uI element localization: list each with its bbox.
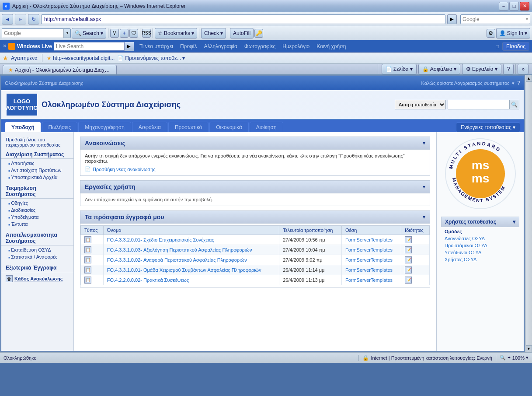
live-link-profile[interactable]: Προφίλ (180, 43, 197, 49)
page-menu-button[interactable]: 📄 Σελίδα ▾ (382, 64, 417, 74)
tab-poliseis[interactable]: Πωλήσεις (42, 122, 78, 132)
sidebar-link-statistics[interactable]: Στατιστικά / Αναφορές (1, 253, 73, 260)
sidebar-link-entypa[interactable]: Έντυπα (1, 221, 73, 228)
live-signin-button[interactable]: Είσοδος (502, 42, 529, 51)
mail-icon-btn[interactable]: M (110, 29, 119, 38)
google-arrow[interactable]: ▾ (63, 29, 70, 38)
live-link-mail[interactable]: Αλληλογραφία (204, 43, 237, 49)
scrollbar-vertical[interactable]: ▲ ▼ (525, 75, 532, 352)
tools-menu-button[interactable]: ⚙ Εργαλεία ▾ (462, 64, 501, 74)
settings-icon-btn[interactable]: ⚙ (487, 29, 495, 38)
ie-search-box[interactable]: ▾ (460, 14, 530, 24)
site-search-field[interactable]: 🔍 (448, 100, 519, 109)
live-search-input[interactable] (54, 42, 124, 50)
search-button[interactable]: 🔍 Search ▾ (72, 28, 106, 39)
doc-link-1[interactable]: FO.4.3.3.2.0.01- Σχέδιο Επιχειρησιακής Σ… (107, 237, 214, 242)
sidebar-link-antistix[interactable]: Αντιστοίχιση Προτύπων (1, 167, 73, 174)
doc-link-3[interactable]: FO.4.3.3.1.0.02- Αναφορά Περιστατικού Ασ… (107, 257, 247, 263)
zoom-arrow-icon[interactable]: ▾ (526, 355, 529, 361)
close-button[interactable]: ✕ (520, 2, 529, 11)
group-link-anagnwstes[interactable]: Αναγνώστες ΟΣΥΔ (441, 235, 519, 242)
doc-props-icon[interactable]: 📝 (405, 277, 412, 284)
sidebar-link-odgies[interactable]: Οδηγίες (1, 200, 73, 207)
users-arrow-icon[interactable]: ▾ (513, 219, 515, 225)
favorites-label[interactable]: Αγαπημένα (11, 55, 38, 61)
tasks-empty-text: Δεν υπάρχουν στοιχεία για εμφάνιση σε αυ… (85, 197, 425, 202)
fav-more-arrow[interactable]: ▾ (182, 55, 185, 61)
doc-location-link-2[interactable]: FormServerTemplates (345, 247, 393, 252)
scrollbar-up-button[interactable]: ▲ (526, 75, 532, 82)
doc-props-icon[interactable]: 📝 (405, 236, 412, 243)
live-search-field[interactable]: ▶ (54, 42, 134, 51)
tab-dioikisi[interactable]: Διοίκηση (250, 122, 283, 132)
tab-asfaleia[interactable]: Ασφάλεια (132, 122, 167, 132)
group-link-ypeythynoi[interactable]: Υπεύθυνοι ΟΣΥΔ (441, 249, 519, 256)
live-search-go-button[interactable]: ▶ (124, 42, 134, 51)
minimize-button[interactable]: − (499, 2, 508, 11)
live-link-photos[interactable]: Φωτογραφίες (244, 43, 275, 49)
go-button[interactable]: ▶ (447, 14, 457, 24)
tab-oikonomika[interactable]: Οικονομικά (209, 122, 249, 132)
tab-prosopiko[interactable]: Προσωπικό (168, 122, 209, 132)
search-dropdown-arrow[interactable]: ▾ (526, 17, 528, 21)
bookmarks-button[interactable]: ☆ Bookmarks ▾ (155, 28, 197, 39)
doc-props-icon[interactable]: 📝 (405, 266, 412, 273)
tasks-arrow-icon[interactable]: ▾ (423, 184, 425, 190)
back-button[interactable]: ◄ (2, 14, 13, 25)
sidebar-link-ypostiriktika[interactable]: Υποστηρικτικά Αρχεία (1, 174, 73, 181)
doc-link-2[interactable]: FO.4.3.3.1.0.03- Αξιολόγηση Περιστατικού… (107, 247, 252, 252)
google-search-combo[interactable]: ▾ (2, 28, 71, 38)
sidebar-link-apaitiseis[interactable]: Απαιτήσεις (1, 160, 73, 167)
group-link-xristes[interactable]: Χρήστες ΟΣΥΔ (441, 256, 519, 263)
site-search-button[interactable]: 🔍 (509, 100, 519, 109)
forward-button[interactable]: ► (15, 14, 26, 25)
group-link-proistamenoi[interactable]: Προϊστάμενοι ΟΣΥΔ (441, 242, 519, 249)
announcements-arrow-icon[interactable]: ▾ (423, 140, 425, 146)
logo-line1: LOGO (14, 98, 30, 105)
sidebar-link-diadikasies[interactable]: Διαδικασίες (1, 207, 73, 214)
ie-search-input[interactable] (462, 16, 525, 22)
ie-extra-button[interactable]: » (518, 64, 529, 74)
autofill-button[interactable]: AutoFill (230, 28, 254, 39)
sidebar-recycle-bin[interactable]: 🗑 Κάδος Ανακύκλωσης (1, 274, 73, 284)
signin-button[interactable]: 👤 Sign In ▾ (496, 28, 530, 39)
doc-link-4[interactable]: FO.4.3.3.1.0.01- Ομάδα Χειρισμού Συμβάντ… (107, 267, 261, 273)
site-selector[interactable]: Αυτή η τοποθεσία (395, 100, 446, 109)
check-button[interactable]: Check ▾ (201, 28, 226, 39)
status-zoom[interactable]: 🔍 ✦ 100% ▾ (496, 355, 529, 361)
doc-props-icon[interactable]: 📝 (405, 246, 412, 253)
autofill-icon[interactable]: 🔑 (254, 29, 263, 38)
refresh-button[interactable]: ↻ (28, 14, 39, 25)
live-close-button[interactable]: ✕ (3, 43, 7, 49)
add-icon-btn[interactable]: + (120, 29, 129, 38)
safety-menu-button[interactable]: 🔒 Ασφάλεια ▾ (418, 64, 460, 74)
scrollbar-down-button[interactable]: ▼ (526, 345, 532, 352)
site-search-input[interactable] (448, 100, 509, 109)
doc-location-link-4[interactable]: FormServerTemplates (345, 267, 393, 273)
live-link-share[interactable]: Κοινή χρήση (316, 43, 346, 49)
page-tab-main[interactable]: ★ Αρχική - Ολοκληρωμένο Σύστημα Διαχείρι… (3, 65, 117, 74)
add-announcement-link[interactable]: 📄 Προσθήκη νέας ανακοίνωσης (85, 166, 425, 172)
sidebar-view-all[interactable]: Προβολή όλου του περιεχομένου τοποθεσίας (1, 136, 73, 149)
sidebar-link-education[interactable]: Εκπαίδευση ΟΣΥΔ (1, 246, 73, 253)
fav-item-recommended[interactable]: 📄 Προτεινόμενες τοποθε... ▾ (117, 55, 185, 61)
tab-yipodochi[interactable]: Υποδοχή (5, 122, 41, 132)
shield-icon-btn[interactable]: 🛡 (129, 29, 138, 38)
site-actions-button[interactable]: Ενέργειες τοποθεσίας ▾ (456, 123, 520, 132)
doc-location-link-5[interactable]: FormServerTemplates (345, 277, 393, 283)
doc-link-5[interactable]: FO.4.2.2.0.0.02- Πρακτικά Συσκέψεως (107, 277, 189, 283)
address-field[interactable]: http://msms/default.aspx (41, 14, 445, 24)
tab-mixanografia[interactable]: Μηχανογράφηση (78, 122, 131, 132)
restore-button[interactable]: □ (509, 2, 519, 11)
recent-docs-arrow-icon[interactable]: ▾ (423, 214, 425, 220)
live-link-calendar[interactable]: Ημερολόγιο (282, 43, 309, 49)
google-search-input[interactable] (2, 29, 63, 38)
help-button[interactable]: ? (503, 64, 514, 74)
doc-props-icon[interactable]: 📝 (405, 256, 412, 263)
rss-icon-btn[interactable]: RSS (142, 29, 151, 38)
doc-location-link-1[interactable]: FormServerTemplates (345, 237, 393, 242)
sidebar-link-ypodigmata[interactable]: Υποδείγματα (1, 214, 73, 221)
live-link-news[interactable]: Τι νέο υπάρχει (139, 43, 173, 49)
fav-item-esecurity[interactable]: ★ http--esecurityportal.digit... (47, 55, 115, 61)
doc-location-link-3[interactable]: FormServerTemplates (345, 257, 393, 263)
